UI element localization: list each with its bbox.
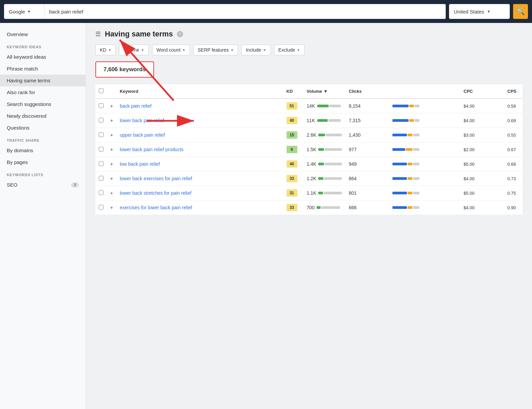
cpc-bar-gray — [413, 163, 419, 165]
keyword-link[interactable]: back pain relief — [120, 103, 151, 109]
help-icon[interactable]: ? — [177, 31, 183, 37]
row-checkbox[interactable] — [99, 147, 104, 152]
volume-bar-green — [318, 148, 324, 151]
keyword-link[interactable]: lower back pain relief — [120, 118, 164, 123]
cpc-value: $5.00 — [464, 162, 475, 167]
volume-bar-gray — [329, 105, 341, 107]
col-volume-header sortable[interactable]: Volume ▼ — [303, 84, 346, 99]
sidebar-overview-label: Overview — [7, 31, 28, 37]
row-checkbox-cell[interactable] — [95, 200, 107, 215]
row-cps-cell: 0.75 — [504, 186, 523, 200]
row-checkbox[interactable] — [99, 161, 104, 166]
volume-bar-gray — [326, 134, 342, 136]
row-checkbox-cell[interactable] — [95, 157, 107, 171]
row-add-button[interactable]: + — [107, 99, 116, 113]
row-kd-cell: 33 — [283, 200, 303, 215]
filter-volume[interactable]: Volume ▼ — [119, 45, 149, 55]
sidebar-item-seo[interactable]: SEO 8 — [0, 179, 86, 191]
volume-bar — [317, 206, 340, 209]
sidebar-section-keywords-lists: KEYWORDS LISTS — [0, 168, 86, 179]
sidebar-item-having-same-terms[interactable]: Having same terms — [0, 75, 86, 86]
cpc-bar-orange — [408, 134, 412, 136]
row-checkbox-cell[interactable] — [95, 99, 107, 113]
search-input[interactable] — [45, 4, 446, 19]
cps-value: 0.68 — [507, 162, 516, 167]
row-add-button[interactable]: + — [107, 113, 116, 128]
row-add-button[interactable]: + — [107, 200, 116, 215]
row-add-button[interactable]: + — [107, 186, 116, 200]
keyword-link[interactable]: lower back stretches for pain relief — [120, 190, 191, 196]
keyword-link[interactable]: exercises for lower back pain relief — [120, 205, 192, 210]
filter-include[interactable]: Include ▼ — [241, 45, 270, 55]
sidebar: Overview KEYWORD IDEAS All keyword ideas… — [0, 23, 86, 409]
sidebar-item-questions[interactable]: Questions — [0, 122, 86, 134]
row-checkbox[interactable] — [99, 132, 104, 137]
row-cpc-value-cell: $4.00 — [460, 113, 504, 128]
volume-bar-green — [318, 134, 325, 136]
cpc-bar-blue — [392, 163, 407, 165]
row-add-button[interactable]: + — [107, 128, 116, 142]
sidebar-item-phrase-match[interactable]: Phrase match — [0, 63, 86, 75]
table-header-row: Keyword KD Volume ▼ Clicks CPC CPS — [95, 84, 523, 99]
row-checkbox[interactable] — [99, 205, 104, 210]
sidebar-item-label: Phrase match — [7, 66, 38, 72]
volume-bar — [318, 148, 342, 151]
col-cps-header: CPS — [504, 84, 523, 99]
row-cps-cell: 0.90 — [504, 200, 523, 215]
row-kd-cell: 51 — [283, 99, 303, 113]
row-kd-cell: 15 — [283, 128, 303, 142]
filter-include-label: Include — [246, 47, 261, 53]
country-dropdown[interactable]: United States ▼ — [449, 4, 510, 19]
kd-badge: 6 — [287, 146, 297, 153]
filter-word-count[interactable]: Word count ▼ — [152, 45, 190, 55]
filter-serp-features[interactable]: SERP features ▼ — [193, 45, 238, 55]
sidebar-item-label: Also rank for — [7, 89, 35, 95]
filter-exclude[interactable]: Exclude ▼ — [274, 45, 305, 55]
filter-kd[interactable]: KD ▼ — [95, 45, 116, 55]
volume-bar-green — [317, 105, 329, 107]
row-keyword-cell: low back pain relief — [116, 157, 283, 171]
keyword-link[interactable]: lower back exercises for pain relief — [120, 176, 192, 181]
cpc-bar-gray — [413, 134, 419, 136]
row-volume-cell: 1.4K — [303, 157, 346, 171]
search-engine-dropdown[interactable]: Google ▼ — [4, 4, 45, 19]
row-checkbox[interactable] — [99, 176, 104, 181]
filter-serp-label: SERP features — [198, 47, 229, 53]
row-checkbox-cell[interactable] — [95, 171, 107, 186]
col-select-all[interactable] — [95, 84, 107, 99]
keyword-link[interactable]: low back pain relief — [120, 161, 160, 167]
row-cps-cell: 0.58 — [504, 99, 523, 113]
row-volume-cell: 14K — [303, 99, 346, 113]
sidebar-item-overview[interactable]: Overview — [0, 28, 86, 40]
select-all-checkbox[interactable] — [99, 88, 104, 93]
keyword-link[interactable]: upper back pain relief — [120, 132, 165, 138]
keyword-link[interactable]: lower back pain relief products — [120, 147, 183, 152]
row-add-button[interactable]: + — [107, 142, 116, 157]
row-kd-cell: 33 — [283, 171, 303, 186]
sidebar-item-also-rank-for[interactable]: Also rank for — [0, 86, 86, 98]
sidebar-item-newly-discovered[interactable]: Newly discovered — [0, 110, 86, 122]
row-checkbox-cell[interactable] — [95, 142, 107, 157]
sidebar-item-by-domains[interactable]: By domains — [0, 144, 86, 156]
search-button[interactable]: 🔍 — [513, 4, 528, 19]
country-label: United States — [454, 9, 484, 15]
row-checkbox-cell[interactable] — [95, 128, 107, 142]
row-add-button[interactable]: + — [107, 157, 116, 171]
sidebar-item-search-suggestions[interactable]: Search suggestions — [0, 98, 86, 110]
cpc-bar-orange — [406, 148, 412, 151]
row-checkbox-cell[interactable] — [95, 113, 107, 128]
cpc-value: $4.00 — [464, 176, 475, 181]
sidebar-item-by-pages[interactable]: By pages — [0, 156, 86, 168]
cps-value: 0.55 — [507, 133, 516, 138]
sidebar-item-all-keyword-ideas[interactable]: All keyword ideas — [0, 51, 86, 63]
row-checkbox-cell[interactable] — [95, 186, 107, 200]
hamburger-icon[interactable]: ☰ — [95, 30, 101, 38]
col-kd-header[interactable]: KD — [283, 84, 303, 99]
cpc-bar-gray — [415, 105, 419, 107]
row-checkbox[interactable] — [99, 190, 104, 195]
row-checkbox[interactable] — [99, 103, 104, 108]
row-checkbox[interactable] — [99, 118, 104, 122]
kd-badge: 15 — [287, 131, 297, 139]
col-keyword-header: Keyword — [116, 84, 283, 99]
row-add-button[interactable]: + — [107, 171, 116, 186]
